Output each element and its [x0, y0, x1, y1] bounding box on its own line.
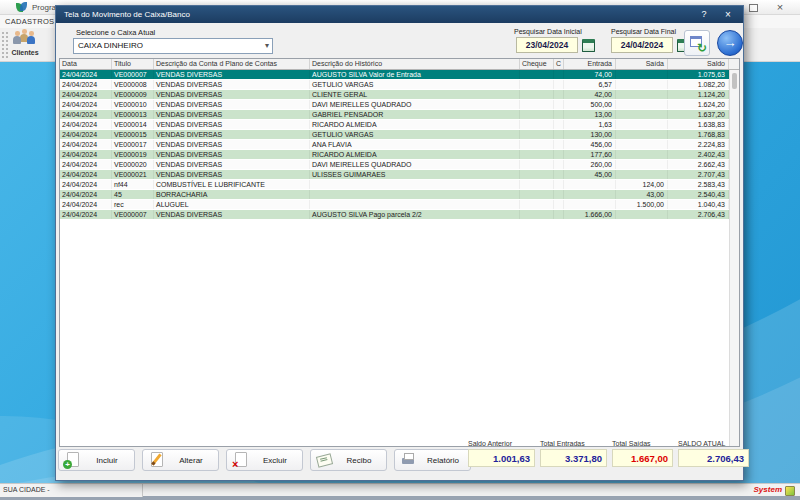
table-cell: VENDAS DIVERSAS	[154, 160, 310, 169]
incluir-button[interactable]: Incluir	[58, 449, 135, 471]
dialog-titlebar: Tela do Movimento de Caixa/Banco ? ×	[56, 6, 743, 23]
calendar-icon[interactable]	[582, 39, 595, 52]
close-icon[interactable]: ×	[721, 6, 735, 23]
table-cell: VE000007	[112, 70, 154, 79]
grid-header: DataTituloDescrição da Conta d Plano de …	[60, 59, 739, 70]
totals: Saldo Anterior1.001,63Total Entradas3.37…	[468, 440, 754, 467]
scrollbar-thumb[interactable]	[732, 73, 737, 89]
table-cell: 2.402,43	[668, 150, 729, 159]
column-header[interactable]: Descrição do Histórico	[310, 59, 520, 69]
table-row[interactable]: 24/04/2024VE000008VENDAS DIVERSASGETULIO…	[60, 80, 739, 90]
action-buttons: IncluirAlterarExcluirReciboRelatório	[58, 449, 471, 472]
table-cell	[554, 130, 564, 139]
table-row[interactable]: 24/04/2024VE000015VENDAS DIVERSASGETULIO…	[60, 130, 739, 140]
table-cell: 2.706,43	[668, 210, 729, 219]
total-value: 3.371,80	[540, 449, 607, 467]
table-cell: 2.540,43	[668, 190, 729, 199]
maximize-icon[interactable]	[749, 4, 758, 12]
table-cell	[310, 190, 520, 199]
table-cell: 1.768,83	[668, 130, 729, 139]
refresh-button[interactable]: ↻	[684, 30, 710, 56]
column-header[interactable]: Saída	[616, 59, 668, 69]
relatorio-button[interactable]: Relatório	[394, 449, 471, 471]
table-row[interactable]: 24/04/2024VE000013VENDAS DIVERSASGABRIEL…	[60, 110, 739, 120]
menu-item-cadastros[interactable]: CADASTROS	[5, 15, 54, 28]
close-icon[interactable]: ×	[773, 0, 787, 14]
table-row[interactable]: 24/04/2024nf44COMBUSTÍVEL E LUBRIFICANTE…	[60, 180, 739, 190]
table-row[interactable]: 24/04/2024VE000007VENDAS DIVERSASAUGUSTO…	[60, 210, 739, 220]
table-row[interactable]: 24/04/202445BORRACHARIA43,002.540,43	[60, 190, 739, 200]
table-row[interactable]: 24/04/2024VE000014VENDAS DIVERSASRICARDO…	[60, 120, 739, 130]
status-brand-text: System	[754, 484, 782, 496]
alterar-button[interactable]: Alterar	[142, 449, 219, 471]
table-row[interactable]: 24/04/2024VE000009VENDAS DIVERSASCLIENTE…	[60, 90, 739, 100]
table-cell: nf44	[112, 180, 154, 189]
table-row[interactable]: 24/04/2024VE000017VENDAS DIVERSASANA FLA…	[60, 140, 739, 150]
vertical-scrollbar[interactable]	[729, 70, 739, 446]
table-row[interactable]: 24/04/2024VE000021VENDAS DIVERSASULISSES…	[60, 170, 739, 180]
table-cell	[520, 100, 554, 109]
column-header[interactable]: C	[554, 59, 564, 69]
table-cell	[520, 110, 554, 119]
table-cell: 260,00	[564, 160, 616, 169]
table-cell: VENDAS DIVERSAS	[154, 90, 310, 99]
table-cell: AUGUSTO SILVA Valor de Entrada	[310, 70, 520, 79]
recibo-button[interactable]: Recibo	[310, 449, 387, 471]
table-cell: VENDAS DIVERSAS	[154, 110, 310, 119]
table-cell	[520, 70, 554, 79]
table-cell	[616, 90, 668, 99]
table-row[interactable]: 24/04/2024VE000007VENDAS DIVERSASAUGUSTO…	[60, 70, 739, 80]
table-cell	[520, 210, 554, 219]
delete-icon	[232, 452, 248, 468]
table-cell: 2.662,43	[668, 160, 729, 169]
excluir-button[interactable]: Excluir	[226, 449, 303, 471]
table-cell: VENDAS DIVERSAS	[154, 80, 310, 89]
table-cell: VENDAS DIVERSAS	[154, 150, 310, 159]
go-button[interactable]: →	[717, 30, 743, 56]
table-cell	[554, 200, 564, 209]
column-header[interactable]: Titulo	[112, 59, 154, 69]
table-cell: VE000013	[112, 110, 154, 119]
table-cell: 124,00	[616, 180, 668, 189]
date-end-input[interactable]	[611, 37, 673, 53]
table-row[interactable]: 24/04/2024VE000010VENDAS DIVERSASDAVI ME…	[60, 100, 739, 110]
account-select[interactable]: CAIXA DINHEIRO ▾	[73, 38, 273, 54]
screen: Programa × CADASTROS Clientes F	[0, 0, 800, 500]
column-header[interactable]: Descrição da Conta d Plano de Contas	[154, 59, 310, 69]
table-cell: DAVI MEIRELLES QUADRADO	[310, 100, 520, 109]
table-cell: 43,00	[616, 190, 668, 199]
table-row[interactable]: 24/04/2024VE000020VENDAS DIVERSASDAVI ME…	[60, 160, 739, 170]
table-cell	[554, 90, 564, 99]
account-select-label: Selecione o Caixa Atual	[76, 28, 155, 37]
button-label: Excluir	[248, 456, 302, 465]
column-header[interactable]: Data	[60, 59, 112, 69]
table-cell: 74,00	[564, 70, 616, 79]
table-row[interactable]: 24/04/2024VE000019VENDAS DIVERSASRICARDO…	[60, 150, 739, 160]
column-header[interactable]: Saldo	[668, 59, 729, 69]
column-header[interactable]: Entrada	[564, 59, 616, 69]
table-cell: 24/04/2024	[60, 90, 112, 99]
table-cell: rec	[112, 200, 154, 209]
table-cell: 24/04/2024	[60, 200, 112, 209]
date-start-input[interactable]	[516, 37, 578, 53]
table-cell	[554, 170, 564, 179]
table-cell: 2.583,43	[668, 180, 729, 189]
table-cell: 24/04/2024	[60, 170, 112, 179]
table-row[interactable]: 24/04/2024recALUGUEL1.500,001.040,43	[60, 200, 739, 210]
table-cell	[554, 70, 564, 79]
status-bar: SUA CIDADE - System	[0, 483, 800, 496]
add-icon	[64, 452, 80, 468]
total-label: Saldo Anterior	[468, 440, 535, 447]
toolbar-item-clientes[interactable]: Clientes	[6, 29, 44, 61]
date-end-label: Pesquisar Data Final	[611, 28, 676, 35]
table-cell	[616, 170, 668, 179]
button-label: Relatório	[416, 456, 470, 465]
table-cell: 45	[112, 190, 154, 199]
column-header[interactable]: Cheque	[520, 59, 554, 69]
table-cell: AUGUSTO SILVA Pago parcela 2/2	[310, 210, 520, 219]
table-cell: VENDAS DIVERSAS	[154, 140, 310, 149]
help-icon[interactable]: ?	[697, 6, 711, 23]
table-cell	[554, 190, 564, 199]
table-cell	[616, 120, 668, 129]
table-cell: VE000015	[112, 130, 154, 139]
